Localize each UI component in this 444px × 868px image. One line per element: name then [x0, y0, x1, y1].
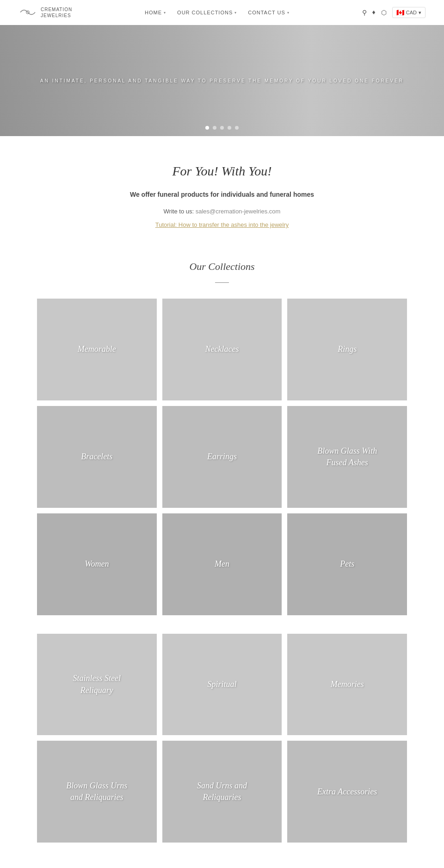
collection-label-stainless-reliquary: Stainless SteelReliquary — [69, 669, 124, 699]
collection-card-memorable[interactable]: Memorable — [37, 299, 157, 400]
collection-label-spiritual: Spiritual — [204, 675, 240, 694]
currency-label: CAD — [406, 10, 417, 15]
hero-banner: AN INTIMATE, PERSONAL AND TANGIBLE WAY T… — [0, 25, 444, 136]
carousel-dot-1[interactable] — [205, 126, 209, 130]
intro-title: For You! With You! — [56, 164, 388, 179]
nav-collections-arrow: ▾ — [234, 11, 237, 15]
collection-label-rings: Rings — [334, 340, 360, 359]
collection-card-memories[interactable]: Memories — [287, 634, 407, 736]
collection-label-blown-glass-urns: Blown Glass Urnsand Reliquaries — [62, 776, 131, 807]
collections-grid-row-4: Stainless SteelReliquary Spiritual Memor… — [37, 634, 407, 736]
currency-selector[interactable]: 🇨🇦 CAD ▾ — [392, 7, 426, 18]
collection-card-bracelets[interactable]: Bracelets — [37, 406, 157, 508]
collection-label-sand-urns: Sand Urns andReliquaries — [193, 776, 251, 807]
site-header: CREMATIONJEWELRIES HOME ▾ OUR COLLECTION… — [0, 0, 444, 25]
flag-icon: 🇨🇦 — [396, 9, 404, 16]
collection-card-women[interactable]: Women — [37, 513, 157, 615]
collection-label-extra-accessories: Extra Accessories — [314, 782, 381, 801]
email-label: Write to us: — [164, 208, 194, 215]
nav-home-arrow: ▾ — [164, 11, 166, 15]
collections-bottom: Stainless SteelReliquary Spiritual Memor… — [37, 634, 407, 843]
nav-contact-arrow: ▾ — [287, 11, 290, 15]
collections-title: Our Collections — [37, 261, 407, 273]
carousel-dot-5[interactable] — [235, 126, 239, 130]
collections-grid-row-1: Memorable Necklaces Rings — [37, 299, 407, 400]
logo[interactable]: CREMATIONJEWELRIES — [18, 6, 72, 19]
collection-card-stainless-reliquary[interactable]: Stainless SteelReliquary — [37, 634, 157, 736]
collection-card-men[interactable]: Men — [162, 513, 282, 615]
email-link[interactable]: sales@cremation-jewelries.com — [196, 208, 281, 215]
currency-arrow: ▾ — [419, 10, 421, 16]
collections-grid-row-3: Women Men Pets — [37, 513, 407, 615]
collection-card-blown-glass-urns[interactable]: Blown Glass Urnsand Reliquaries — [37, 741, 157, 843]
carousel-dot-3[interactable] — [220, 126, 224, 130]
collection-label-necklaces: Necklaces — [202, 340, 243, 359]
collection-card-blown-glass[interactable]: Blown Glass WithFused Ashes — [287, 406, 407, 508]
collection-card-spiritual[interactable]: Spiritual — [162, 634, 282, 736]
collections-grid-row-2: Bracelets Earrings Blown Glass WithFused… — [37, 406, 407, 508]
collection-label-blown-glass: Blown Glass WithFused Ashes — [314, 442, 381, 472]
collection-label-memories: Memories — [327, 675, 368, 694]
collection-card-necklaces[interactable]: Necklaces — [162, 299, 282, 400]
hero-tagline: AN INTIMATE, PERSONAL AND TANGIBLE WAY T… — [40, 78, 404, 83]
intro-section: For You! With You! We offer funeral prod… — [0, 136, 444, 251]
nav-contact[interactable]: CONTACT US ▾ — [248, 10, 290, 15]
collection-label-earrings: Earrings — [204, 447, 240, 466]
collection-label-bracelets: Bracelets — [77, 447, 116, 466]
carousel-dot-4[interactable] — [228, 126, 231, 130]
main-nav: HOME ▾ OUR COLLECTIONS ▾ CONTACT US ▾ — [145, 10, 290, 15]
collections-section: Our Collections Memorable Necklaces Ring… — [0, 251, 444, 868]
collection-card-sand-urns[interactable]: Sand Urns andReliquaries — [162, 741, 282, 843]
intro-subtitle: We offer funeral products for individual… — [56, 190, 388, 200]
collection-card-pets[interactable]: Pets — [287, 513, 407, 615]
logo-text: CREMATIONJEWELRIES — [41, 6, 72, 19]
collection-label-women: Women — [81, 555, 112, 574]
collection-card-extra-accessories[interactable]: Extra Accessories — [287, 741, 407, 843]
tutorial-link[interactable]: Tutorial: How to transfer the ashes into… — [56, 221, 388, 228]
collection-label-men: Men — [211, 555, 233, 574]
collection-card-earrings[interactable]: Earrings — [162, 406, 282, 508]
hero-carousel-dots — [205, 126, 239, 130]
cart-icon[interactable]: ⬡ — [381, 9, 387, 17]
collection-label-memorable: Memorable — [74, 340, 120, 359]
collection-label-pets: Pets — [336, 555, 358, 574]
collections-grid-row-5: Blown Glass Urnsand Reliquaries Sand Urn… — [37, 741, 407, 843]
header-actions: ⚲ ♦ ⬡ 🇨🇦 CAD ▾ — [362, 7, 426, 18]
user-icon[interactable]: ♦ — [372, 9, 376, 16]
carousel-dot-2[interactable] — [213, 126, 216, 130]
nav-collections[interactable]: OUR COLLECTIONS ▾ — [177, 10, 237, 15]
search-icon[interactable]: ⚲ — [362, 9, 367, 17]
intro-email-line: Write to us: sales@cremation-jewelries.c… — [56, 208, 388, 215]
logo-icon — [18, 6, 37, 19]
nav-home[interactable]: HOME ▾ — [145, 10, 166, 15]
collection-card-rings[interactable]: Rings — [287, 299, 407, 400]
collections-divider — [37, 276, 407, 285]
